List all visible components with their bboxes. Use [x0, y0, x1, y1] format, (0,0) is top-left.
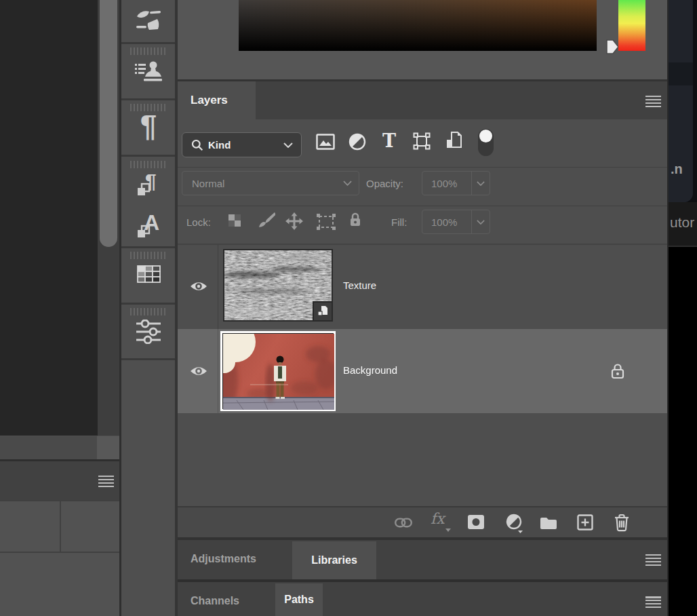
- filter-kind-value: Kind: [208, 139, 231, 151]
- layers-panel: Layers Kind: [178, 81, 667, 540]
- tab-libraries-label: Libraries: [311, 554, 357, 566]
- left-panel-cell[interactable]: [0, 501, 60, 552]
- layers-panel-header: Layers: [178, 81, 667, 119]
- lock-label: Lock:: [186, 216, 211, 228]
- layers-panel-menu-icon[interactable]: [645, 96, 661, 107]
- layer-lock-icon[interactable]: [610, 362, 626, 381]
- brush-settings-icon[interactable]: [135, 7, 162, 35]
- paragraph-panel-icon[interactable]: ¶: [135, 109, 162, 144]
- tab-layers[interactable]: Layers: [178, 81, 256, 119]
- layer-row-texture[interactable]: Texture: [178, 245, 667, 329]
- filter-pixel-layers-button[interactable]: [315, 132, 336, 152]
- dock-separator: [121, 303, 175, 305]
- visibility-eye-button[interactable]: [189, 364, 208, 379]
- left-panel-header: [0, 461, 119, 500]
- character-styles-icon[interactable]: A: [135, 209, 163, 240]
- lock-all-button[interactable]: [348, 211, 363, 229]
- left-panel-footer: [0, 553, 119, 616]
- layer-name[interactable]: Texture: [343, 280, 376, 291]
- panel-icon-dock: ¶ ¶ A: [121, 0, 175, 616]
- tab-channels[interactable]: Channels: [191, 595, 239, 607]
- hue-slider-bar[interactable]: [618, 0, 645, 51]
- status-strip-corner: [97, 436, 119, 459]
- dock-gripper[interactable]: [130, 47, 167, 55]
- fx-dropdown-arrow-icon: [445, 528, 451, 532]
- filter-toggle-switch[interactable]: [478, 129, 494, 156]
- channels-paths-tabbar: Channels Paths: [178, 582, 667, 616]
- layers-bottom-bar: fx: [178, 506, 667, 537]
- color-picker-area: [178, 0, 667, 79]
- tab-libraries[interactable]: Libraries: [292, 541, 376, 579]
- filter-toggle-knob: [479, 130, 492, 142]
- grid-panel-icon[interactable]: [136, 264, 161, 284]
- add-layer-mask-button[interactable]: [467, 514, 485, 530]
- dock-gripper[interactable]: [130, 161, 167, 168]
- filter-adjustment-layers-button[interactable]: [348, 132, 367, 152]
- blend-mode-value: Normal: [192, 178, 224, 189]
- fill-label: Fill:: [391, 216, 407, 228]
- libraries-panel-menu-icon[interactable]: [645, 554, 661, 566]
- left-panel-body: [0, 500, 119, 616]
- filter-smart-object-button[interactable]: [445, 130, 464, 151]
- dock-separator: [121, 98, 175, 100]
- new-layer-button[interactable]: [576, 514, 594, 531]
- layer-thumbnail-background[interactable]: [220, 331, 336, 411]
- dock-gripper[interactable]: [130, 308, 167, 315]
- vertical-scrollbar-thumb[interactable]: [100, 0, 117, 247]
- lock-fill-row: Lock:: [178, 206, 667, 244]
- opacity-value: 100%: [431, 178, 457, 189]
- left-panel-menu-icon[interactable]: [98, 476, 114, 487]
- eye-column-divider: [218, 329, 218, 413]
- adjustments-libraries-tabbar: Adjustments Libraries: [178, 540, 667, 579]
- new-adjustment-layer-button[interactable]: [504, 513, 523, 533]
- blend-opacity-row: Normal Opacity: 100%: [178, 168, 667, 206]
- chevron-down-icon: [343, 180, 352, 186]
- lock-artboard-button[interactable]: [315, 212, 337, 231]
- tab-paths-label: Paths: [284, 594, 314, 606]
- dock-separator: [121, 246, 175, 248]
- photoshop-workspace: ¶ ¶ A: [0, 0, 697, 616]
- dock-separator: [121, 155, 175, 157]
- hue-slider-arrow[interactable]: [605, 37, 620, 56]
- layer-style-fx-button[interactable]: fx: [431, 510, 451, 533]
- tab-paths[interactable]: Paths: [275, 583, 323, 616]
- lock-position-button[interactable]: [284, 211, 304, 231]
- clipped-tutorial-block[interactable]: utor: [669, 202, 697, 247]
- paragraph-styles-icon[interactable]: ¶: [135, 168, 163, 199]
- chevron-down-icon[interactable]: [472, 220, 490, 225]
- visibility-eye-button[interactable]: [189, 279, 208, 294]
- clipped-text-fragment: .n: [671, 161, 683, 177]
- sliders-panel-icon[interactable]: [135, 319, 162, 345]
- filter-kind-dropdown[interactable]: Kind: [182, 132, 302, 157]
- fill-value-box[interactable]: 100%: [422, 210, 490, 234]
- smart-object-badge: [313, 301, 332, 320]
- blend-mode-dropdown[interactable]: Normal: [182, 171, 359, 195]
- search-icon: [191, 139, 203, 151]
- dock-gripper[interactable]: [130, 252, 167, 259]
- filter-shape-layers-button[interactable]: [412, 131, 432, 151]
- clipped-panel-section: [669, 62, 693, 85]
- layer-row-background[interactable]: Background: [178, 329, 667, 413]
- filter-type-layers-button[interactable]: T: [380, 130, 399, 152]
- clipped-dark-panel: .n: [669, 0, 693, 202]
- link-layers-button[interactable]: [394, 516, 413, 528]
- lock-transparency-button[interactable]: [226, 212, 243, 229]
- svg-text:¶: ¶: [145, 170, 157, 192]
- left-panel-cell[interactable]: [61, 501, 119, 552]
- opacity-label: Opacity:: [366, 178, 403, 189]
- color-field[interactable]: [239, 0, 597, 51]
- lock-pixels-button[interactable]: [258, 212, 275, 229]
- delete-layer-button[interactable]: [613, 513, 631, 532]
- tab-adjustments[interactable]: Adjustments: [191, 553, 256, 565]
- clone-source-icon[interactable]: [134, 58, 163, 86]
- right-edge-strip: .n utor: [669, 0, 697, 616]
- new-group-button[interactable]: [539, 516, 558, 529]
- layers-list: Texture: [178, 245, 667, 506]
- layer-name[interactable]: Background: [343, 364, 397, 376]
- paths-panel-menu-icon[interactable]: [645, 596, 661, 608]
- svg-text:A: A: [144, 210, 159, 235]
- layer-thumbnail-texture[interactable]: [223, 249, 333, 322]
- chevron-down-icon[interactable]: [472, 181, 490, 186]
- chevron-down-icon: [283, 142, 293, 148]
- opacity-value-box[interactable]: 100%: [422, 171, 490, 195]
